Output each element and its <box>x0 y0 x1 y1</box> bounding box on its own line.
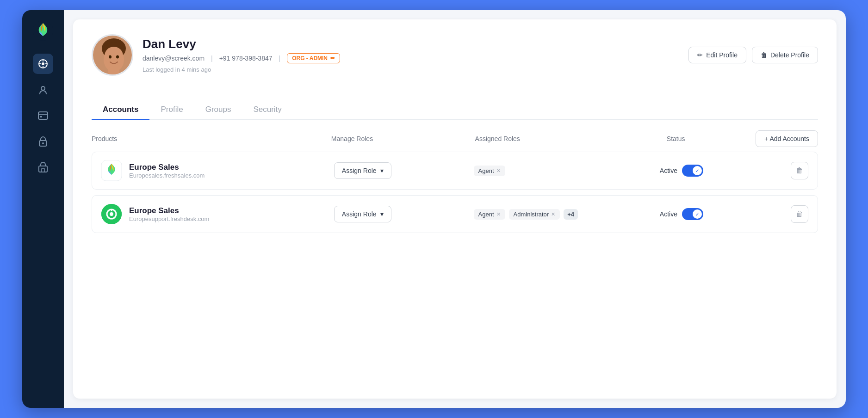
remove-role-icon[interactable]: ✕ <box>496 168 501 174</box>
profile-email: danlevy@screek.com <box>143 55 205 62</box>
status-toggle-row1: Active ✓ <box>660 165 753 177</box>
remove-role-icon[interactable]: ✕ <box>551 211 555 217</box>
table-row: Europe Sales Europesupport.freshdesk.com… <box>92 195 818 233</box>
row1-manage: Assign Role ▾ <box>334 162 474 179</box>
profile-meta: danlevy@screek.com | +91 978-398-3847 | … <box>143 53 679 63</box>
role-tag: Agent ✕ <box>474 166 505 176</box>
chevron-down-icon: ▾ <box>380 167 384 174</box>
role-tag: Administrator ✕ <box>509 209 560 220</box>
col-header-manage: Manage Roles <box>331 135 475 142</box>
tab-profile[interactable]: Profile <box>149 100 194 120</box>
delete-profile-button[interactable]: 🗑 Delete Profile <box>752 47 818 63</box>
role-tag: Agent ✕ <box>474 209 505 220</box>
assign-role-button-row1[interactable]: Assign Role ▾ <box>334 162 391 179</box>
last-login: Last logged in 4 mins ago <box>143 66 679 73</box>
chevron-down-icon: ▾ <box>380 210 384 218</box>
toggle-row2[interactable]: ✓ <box>682 208 703 220</box>
delete-row1-button[interactable]: 🗑 <box>791 162 808 179</box>
svg-rect-13 <box>39 166 47 172</box>
col-header-assigned: Assigned Roles <box>475 135 667 142</box>
freshdesk-logo <box>101 204 122 224</box>
svg-rect-22 <box>108 67 119 76</box>
extra-roles-badge: +4 <box>564 209 578 220</box>
profile-card: Dan Levy danlevy@screek.com | +91 978-39… <box>73 19 837 399</box>
delete-row2-button[interactable]: 🗑 <box>791 205 808 223</box>
row1-actions: 🗑 <box>753 162 808 179</box>
row2-assigned: Agent ✕ Administrator ✕ +4 <box>474 209 660 220</box>
remove-role-icon[interactable]: ✕ <box>496 211 501 217</box>
avatar <box>92 34 133 76</box>
tab-accounts[interactable]: Accounts <box>92 100 149 120</box>
toggle-thumb: ✓ <box>693 166 702 175</box>
assign-role-button-row2[interactable]: Assign Role ▾ <box>334 206 391 222</box>
col-header-products: Products <box>92 135 331 142</box>
edit-role-icon[interactable]: ✏ <box>330 55 335 61</box>
sidebar-item-security[interactable] <box>33 131 53 152</box>
main-content: Dan Levy danlevy@screek.com | +91 978-39… <box>64 10 846 408</box>
row2-product-info: Europe Sales Europesupport.freshdesk.com <box>129 206 209 222</box>
row1-status: Active ✓ <box>660 165 753 177</box>
col-header-actions: + Add Accounts <box>763 130 818 147</box>
profile-header: Dan Levy danlevy@screek.com | +91 978-39… <box>92 34 818 89</box>
delete-icon: 🗑 <box>761 51 767 59</box>
freshsales-logo <box>101 160 122 181</box>
profile-name: Dan Levy <box>143 37 679 51</box>
svg-rect-14 <box>42 168 44 172</box>
status-toggle-row2: Active ✓ <box>660 208 753 220</box>
tab-security[interactable]: Security <box>242 100 292 120</box>
svg-point-12 <box>42 142 44 144</box>
row2-manage: Assign Role ▾ <box>334 206 474 222</box>
tabs-nav: Accounts Profile Groups Security <box>92 100 818 120</box>
table-header: Products Manage Roles Assigned Roles Sta… <box>92 124 818 152</box>
svg-rect-8 <box>38 112 48 119</box>
row1-product-info: Europe Sales Europesales.freshsales.com <box>129 163 205 179</box>
sidebar-item-billing[interactable] <box>33 105 53 126</box>
role-badge[interactable]: ORG - ADMIN ✏ <box>287 53 340 63</box>
row1-product: Europe Sales Europesales.freshsales.com <box>101 160 334 181</box>
sidebar <box>22 10 64 408</box>
svg-point-7 <box>41 86 45 90</box>
row2-product: Europe Sales Europesupport.freshdesk.com <box>101 204 334 224</box>
svg-point-19 <box>105 47 123 65</box>
profile-phone: +91 978-398-3847 <box>219 55 273 62</box>
toggle-thumb: ✓ <box>693 209 702 219</box>
toggle-row1[interactable]: ✓ <box>682 165 703 177</box>
row2-actions: 🗑 <box>753 205 808 223</box>
svg-point-26 <box>110 212 113 216</box>
profile-info: Dan Levy danlevy@screek.com | +91 978-39… <box>143 37 679 73</box>
svg-point-2 <box>42 62 44 65</box>
edit-icon: ✏ <box>697 51 703 59</box>
sidebar-item-dashboard[interactable] <box>33 54 53 74</box>
tab-groups[interactable]: Groups <box>194 100 242 120</box>
svg-rect-10 <box>40 116 42 117</box>
sidebar-item-users[interactable] <box>33 80 53 100</box>
svg-point-21 <box>116 55 119 59</box>
sidebar-item-organization[interactable] <box>33 157 53 178</box>
table-row: Europe Sales Europesales.freshsales.com … <box>92 152 818 190</box>
edit-profile-button[interactable]: ✏ Edit Profile <box>688 47 746 63</box>
accounts-section: Products Manage Roles Assigned Roles Sta… <box>92 124 818 384</box>
profile-actions: ✏ Edit Profile 🗑 Delete Profile <box>688 47 818 63</box>
add-accounts-button[interactable]: + Add Accounts <box>756 130 818 147</box>
col-header-status: Status <box>667 135 763 142</box>
row1-assigned: Agent ✕ <box>474 166 660 176</box>
svg-point-20 <box>109 55 112 59</box>
app-logo <box>32 19 54 43</box>
row2-status: Active ✓ <box>660 208 753 220</box>
